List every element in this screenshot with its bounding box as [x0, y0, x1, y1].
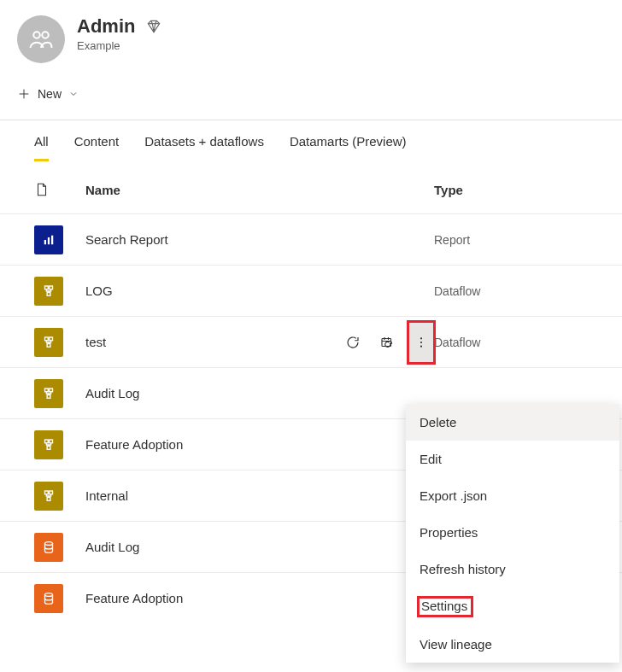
svg-point-0 [33, 32, 40, 38]
svg-rect-18 [45, 440, 49, 443]
svg-point-24 [45, 541, 53, 545]
datamart-icon [34, 533, 63, 562]
context-edit[interactable]: Edit [406, 441, 619, 477]
dataflow-icon [34, 277, 63, 306]
svg-rect-19 [50, 440, 53, 443]
refresh-button[interactable] [343, 333, 362, 352]
context-refresh-history[interactable]: Refresh history [406, 551, 619, 587]
svg-rect-22 [50, 491, 53, 494]
context-export-json[interactable]: Export .json [406, 477, 619, 514]
new-button[interactable]: New [14, 84, 82, 104]
report-icon [34, 225, 63, 254]
svg-rect-3 [48, 237, 50, 244]
column-type-header[interactable]: Type [434, 183, 588, 197]
svg-rect-15 [45, 389, 49, 392]
item-name[interactable]: Audit Log [85, 540, 139, 554]
chevron-down-icon [68, 89, 79, 99]
svg-rect-7 [47, 292, 50, 295]
file-icon [34, 181, 50, 198]
dataflow-icon [34, 482, 63, 511]
item-name[interactable]: LOG [85, 283, 113, 298]
context-menu: Delete Edit Export .json Properties Refr… [406, 404, 619, 663]
svg-point-13 [420, 341, 422, 342]
svg-rect-9 [50, 337, 53, 341]
item-name[interactable]: Feature Adoption [85, 437, 183, 452]
dataflow-icon [34, 379, 63, 408]
datamart-icon [34, 584, 63, 613]
tab-datasets-dataflows[interactable]: Datasets + dataflows [144, 134, 264, 161]
more-vertical-icon [414, 336, 428, 349]
workspace-avatar [17, 15, 65, 63]
column-name-header[interactable]: Name [85, 183, 434, 197]
schedule-refresh-button[interactable] [378, 333, 396, 352]
context-settings[interactable]: Settings [406, 587, 619, 626]
svg-point-14 [420, 345, 422, 347]
tabs: All Content Datasets + dataflows Datamar… [0, 120, 622, 162]
svg-rect-23 [47, 497, 50, 500]
more-options-button[interactable] [408, 322, 434, 363]
table-row[interactable]: test Dataflow [0, 316, 622, 367]
plus-icon [17, 87, 31, 101]
svg-rect-20 [47, 446, 50, 449]
workspace-header: Admin Example [0, 0, 622, 72]
dataflow-icon [34, 328, 63, 357]
item-type: Report [434, 233, 470, 247]
svg-point-12 [420, 337, 422, 339]
context-view-lineage[interactable]: View lineage [406, 626, 619, 663]
item-name[interactable]: Search Report [85, 232, 168, 247]
context-settings-label: Settings [420, 599, 471, 615]
schedule-icon [379, 335, 395, 350]
svg-rect-16 [50, 389, 53, 392]
svg-rect-8 [45, 337, 49, 341]
workspace-subtitle: Example [77, 39, 162, 52]
group-icon [28, 26, 54, 52]
svg-rect-4 [51, 235, 53, 244]
item-type: Dataflow [434, 336, 480, 349]
tab-all[interactable]: All [34, 134, 49, 161]
item-name[interactable]: Internal [85, 488, 128, 503]
svg-rect-10 [47, 343, 50, 347]
refresh-icon [345, 335, 361, 350]
svg-rect-2 [44, 240, 46, 244]
table-row[interactable]: Search Report Report [0, 213, 622, 265]
table-row[interactable]: LOG Dataflow [0, 265, 622, 316]
svg-rect-17 [47, 394, 50, 398]
svg-point-25 [45, 593, 53, 596]
tab-datamarts[interactable]: Datamarts (Preview) [290, 134, 407, 161]
tab-content[interactable]: Content [74, 134, 120, 161]
svg-rect-21 [45, 491, 49, 494]
row-actions [343, 333, 408, 352]
table-header: Name Type [0, 162, 622, 213]
svg-rect-6 [50, 286, 53, 289]
context-properties[interactable]: Properties [406, 514, 619, 551]
new-button-label: New [38, 87, 62, 101]
svg-rect-5 [45, 286, 49, 289]
svg-point-1 [42, 32, 49, 38]
item-name[interactable]: test [85, 335, 343, 349]
toolbar: New [0, 72, 622, 120]
item-name[interactable]: Audit Log [85, 386, 139, 400]
item-name[interactable]: Feature Adoption [85, 591, 183, 605]
workspace-title: Admin [77, 15, 135, 38]
dataflow-icon [34, 430, 63, 459]
premium-diamond-icon [145, 18, 162, 35]
item-type: Dataflow [434, 284, 480, 298]
context-delete[interactable]: Delete [406, 404, 619, 441]
